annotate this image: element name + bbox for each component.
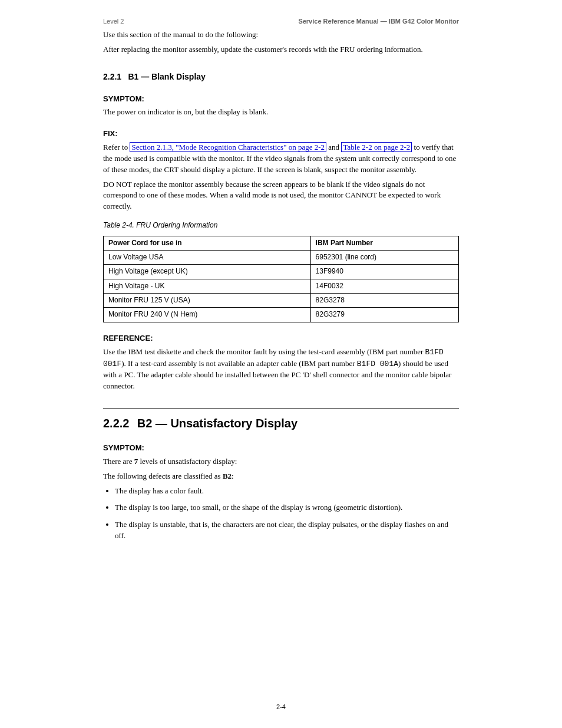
header-left: Level 2 (103, 18, 124, 25)
section-221-number: 2.2.1 (103, 72, 121, 81)
list-item: The display is unstable, that is, the ch… (115, 519, 459, 542)
b1-ref-mono2: B1FD 001A (357, 360, 398, 368)
b1-fix-p1: Refer to Section 2.1.3, "Mode Recognitio… (103, 142, 459, 176)
table-row: Low Voltage USA6952301 (line cord) (104, 250, 459, 264)
b1-reference-label: REFERENCE: (103, 333, 459, 344)
table-row: High Voltage - UK14F0032 (104, 279, 459, 293)
b1-fix-p1-a: Refer to (103, 143, 130, 151)
fru-table: Power Cord for use in IBM Part Number Lo… (103, 236, 459, 322)
table-row: Monitor FRU 125 V (USA)82G3278 (104, 294, 459, 308)
b1-fix-p1-b: and (326, 143, 341, 151)
xref-box-1: Section 2.1.3, "Mode Recognition Charact… (130, 142, 326, 152)
b2-lead: There are 7 levels of unsatisfactory dis… (103, 456, 459, 467)
b1-ref-a: Use the IBM test diskette and check the … (103, 347, 425, 356)
b1-fix-label: FIX: (103, 129, 459, 140)
list-item: The display has a color fault. (115, 486, 459, 497)
xref-section-213[interactable]: Section 2.1.3, "Mode Recognition Charact… (130, 142, 326, 152)
th-0: Power Cord for use in (104, 236, 311, 250)
b1-reference-text: Use the IBM test diskette and check the … (103, 347, 459, 392)
section-222-number: 2.2.2 (103, 417, 129, 430)
table-caption: Table 2-4. FRU Ordering Information (103, 220, 459, 230)
table-row: High Voltage (except UK)13F9940 (104, 265, 459, 279)
replacing-line: After replacing the monitor assembly, up… (103, 44, 459, 55)
b1-symptom-text: The power on indicator is on, but the di… (103, 107, 459, 118)
b2-code: B2 (223, 472, 232, 480)
section-221-title: B1 — Blank Display (128, 72, 206, 81)
b1-fix-p3: DO NOT replace the monitor assembly beca… (103, 179, 459, 213)
b2-intro: The following defects are classified as … (103, 471, 459, 482)
xref-table-22[interactable]: Table 2-2 on page 2-2 (341, 142, 412, 152)
section-separator (103, 409, 459, 409)
list-item: The display is too large, too small, or … (115, 502, 459, 513)
table-row: Monitor FRU 240 V (N Hem)82G3279 (104, 308, 459, 322)
section-222-title: B2 — Unsatisfactory Display (137, 417, 297, 430)
th-1: IBM Part Number (310, 236, 458, 250)
b2-bullet-list: The display has a color fault. The displ… (115, 486, 459, 542)
b1-symptom-label: SYMPTOM: (103, 94, 459, 105)
xref-box-2: Table 2-2 on page 2-2 (341, 142, 412, 152)
b2-symptom-label: SYMPTOM: (103, 443, 459, 454)
header-right: Service Reference Manual — IBM G42 Color… (298, 18, 459, 25)
page-number: 2-4 (0, 703, 562, 710)
b1-ref-b: ). If a test-card assembly is not availa… (121, 359, 357, 368)
intro-line: Use this section of the manual to do the… (103, 29, 459, 41)
